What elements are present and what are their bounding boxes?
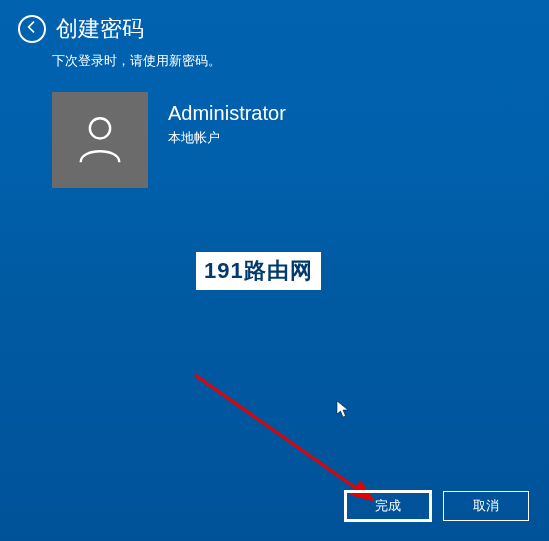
page-title: 创建密码: [56, 14, 144, 44]
user-icon: [71, 109, 129, 171]
page-subtitle: 下次登录时，请使用新密码。: [52, 52, 221, 70]
back-button[interactable]: [18, 15, 46, 43]
annotation-arrow: [190, 370, 390, 510]
avatar: [52, 92, 148, 188]
back-arrow-icon: [24, 19, 40, 39]
account-name: Administrator: [168, 102, 286, 125]
svg-point-0: [90, 118, 110, 138]
account-block: Administrator 本地帐户: [52, 92, 286, 188]
svg-line-1: [195, 375, 370, 498]
cursor-icon: [336, 400, 350, 422]
account-type: 本地帐户: [168, 129, 286, 147]
watermark-overlay: 191路由网: [196, 252, 321, 290]
cancel-button[interactable]: 取消: [443, 491, 529, 521]
confirm-button[interactable]: 完成: [345, 491, 431, 521]
